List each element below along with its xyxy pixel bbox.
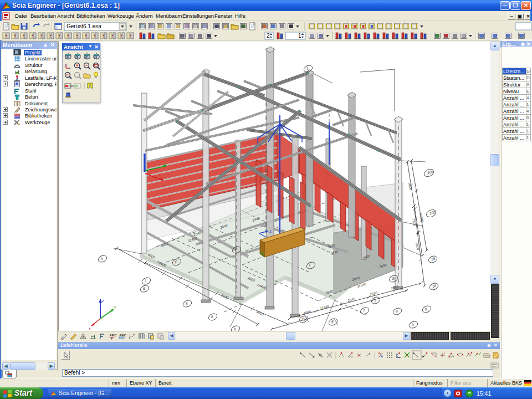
svg-text:11340: 11340 [319,304,330,310]
svg-text:7500: 7500 [412,218,417,227]
svg-text:3600: 3600 [408,182,413,191]
svg-text:x: x [158,172,161,176]
svg-text:9600: 9600 [256,310,265,317]
svg-text:2: 2 [269,229,272,233]
svg-text:y: y [114,305,116,309]
svg-text:y: y [163,162,166,166]
svg-text:10020: 10020 [419,213,424,223]
svg-text:2840: 2840 [302,309,311,315]
svg-text:z: z [101,299,104,303]
svg-text:x: x [88,327,91,331]
svg-text:2600: 2600 [415,242,421,250]
